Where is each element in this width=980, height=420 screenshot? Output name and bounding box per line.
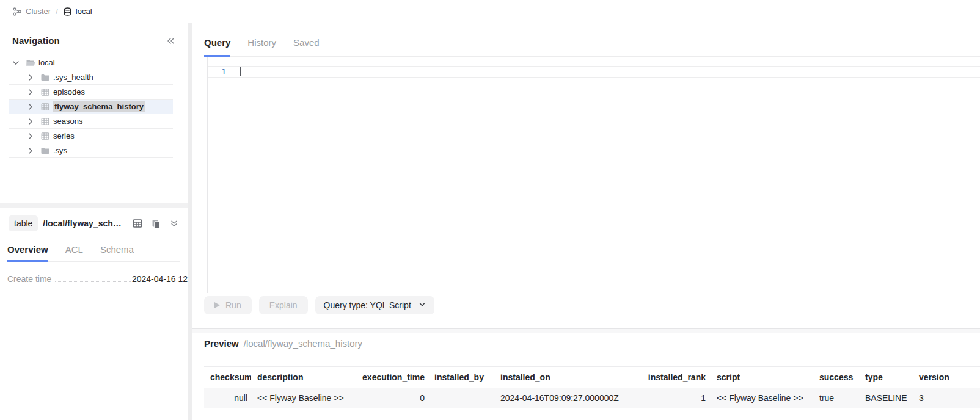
query-type-label: Query type: YQL Script bbox=[324, 300, 411, 310]
main-content: Query History Saved 1 Run Explain bbox=[192, 23, 980, 420]
navigation-panel: Navigation bbox=[0, 23, 188, 203]
object-type-badge: table bbox=[9, 215, 38, 231]
tree-item-label: .sys bbox=[53, 146, 67, 155]
column-header-installed-rank[interactable]: installed_rank bbox=[641, 367, 709, 388]
pane-horizontal-resizer[interactable] bbox=[192, 328, 980, 333]
explain-button-label: Explain bbox=[269, 300, 298, 310]
table-icon bbox=[40, 117, 50, 126]
column-header-success[interactable]: success bbox=[813, 367, 859, 388]
preview-title: Preview bbox=[204, 338, 239, 350]
create-time-label: Create time bbox=[7, 274, 51, 284]
play-icon bbox=[214, 302, 220, 308]
cell-success: true bbox=[813, 388, 859, 408]
cell-version: 3 bbox=[913, 388, 980, 408]
tab-query[interactable]: Query bbox=[204, 23, 230, 57]
explain-button[interactable]: Explain bbox=[259, 296, 308, 314]
sidebar: Navigation bbox=[0, 23, 188, 420]
column-header-installed-by[interactable]: installed_by bbox=[428, 367, 494, 388]
column-header-version[interactable]: version bbox=[913, 367, 980, 388]
chevron-right-icon[interactable] bbox=[26, 103, 35, 111]
create-time-value: 2024-04-16 12 bbox=[132, 274, 188, 284]
preview-header: Preview /local/flyway_schema_history bbox=[204, 338, 980, 350]
tab-acl[interactable]: ACL bbox=[65, 231, 83, 262]
chevron-right-icon[interactable] bbox=[26, 117, 35, 126]
object-tabs: Overview ACL Schema bbox=[7, 231, 180, 262]
tree-item-series[interactable]: series bbox=[9, 129, 173, 143]
editor-current-line: 1 bbox=[208, 66, 980, 78]
cell-installed-by bbox=[428, 388, 494, 408]
column-header-type[interactable]: type bbox=[859, 367, 913, 388]
navigation-header: Navigation bbox=[0, 23, 188, 46]
preview-table: checksum description execution_time inst… bbox=[204, 366, 980, 408]
copy-path-icon[interactable] bbox=[151, 219, 161, 229]
tree-item-sys-health[interactable]: .sys_health bbox=[9, 70, 173, 85]
chevron-down-icon[interactable] bbox=[12, 59, 20, 67]
cell-installed-on: 2024-04-16T09:09:27.000000Z bbox=[494, 388, 641, 408]
folder-icon bbox=[40, 146, 50, 156]
query-type-select[interactable]: Query type: YQL Script bbox=[315, 296, 434, 314]
tree-item-episodes[interactable]: episodes bbox=[9, 85, 173, 100]
run-button[interactable]: Run bbox=[204, 296, 252, 314]
run-button-label: Run bbox=[225, 300, 241, 310]
sidebar-horizontal-resizer[interactable] bbox=[0, 203, 188, 208]
breadcrumb-cluster[interactable]: Cluster bbox=[26, 7, 51, 16]
tab-schema[interactable]: Schema bbox=[100, 231, 134, 262]
chevron-right-icon[interactable] bbox=[26, 73, 35, 82]
breadcrumb-entity[interactable]: local bbox=[76, 7, 92, 16]
table-icon bbox=[40, 102, 50, 112]
collapse-sidebar-button[interactable] bbox=[166, 36, 175, 46]
tree-item-label: episodes bbox=[53, 87, 85, 96]
object-summary-panel: table /local/flyway_sch… bbox=[0, 208, 188, 420]
chevron-right-icon[interactable] bbox=[26, 132, 35, 140]
cell-installed-rank: 1 bbox=[641, 388, 709, 408]
tree-item-sys[interactable]: .sys bbox=[9, 143, 173, 158]
column-header-checksum[interactable]: checksum bbox=[204, 367, 251, 388]
text-cursor bbox=[240, 67, 241, 76]
expand-panel-icon[interactable] bbox=[169, 219, 179, 228]
chevron-down-icon bbox=[419, 300, 426, 310]
cell-checksum: null bbox=[204, 388, 251, 408]
tree-item-flyway-schema-history[interactable]: flyway_schema_history bbox=[9, 100, 173, 114]
folder-open-icon bbox=[26, 58, 35, 68]
chevron-right-icon[interactable] bbox=[26, 147, 35, 155]
navigation-title: Navigation bbox=[12, 35, 60, 46]
tree-item-label: seasons bbox=[53, 117, 82, 126]
navigation-tree: local .sys_health bbox=[0, 56, 188, 158]
cell-type: BASELINE bbox=[859, 388, 913, 408]
query-tabs: Query History Saved bbox=[204, 23, 980, 57]
column-header-execution-time[interactable]: execution_time bbox=[354, 367, 428, 388]
line-number: 1 bbox=[208, 67, 241, 77]
dotted-leader bbox=[55, 281, 131, 282]
cell-script: << Flyway Baseline >> bbox=[709, 388, 813, 408]
query-actions: Run Explain Query type: YQL Script bbox=[192, 293, 980, 328]
sidebar-vertical-resizer[interactable] bbox=[188, 23, 192, 420]
tree-item-seasons[interactable]: seasons bbox=[9, 114, 173, 129]
database-icon bbox=[63, 7, 72, 16]
preview-panel: Preview /local/flyway_schema_history che… bbox=[192, 333, 980, 420]
app-root: Cluster / local Navigation bbox=[0, 0, 980, 420]
folder-icon bbox=[40, 73, 50, 82]
query-code-editor[interactable]: 1 bbox=[207, 57, 980, 293]
body: Navigation bbox=[0, 23, 980, 420]
preview-path: /local/flyway_schema_history bbox=[244, 338, 362, 350]
chevron-right-icon[interactable] bbox=[26, 88, 35, 96]
tab-saved[interactable]: Saved bbox=[293, 23, 320, 57]
column-header-script[interactable]: script bbox=[709, 367, 813, 388]
breadcrumb: Cluster / local bbox=[0, 0, 980, 23]
preview-table-row[interactable]: null << Flyway Baseline >> 0 2024-04-16T… bbox=[204, 388, 980, 408]
open-preview-icon[interactable] bbox=[132, 218, 143, 229]
tree-item-label: flyway_schema_history bbox=[53, 101, 145, 112]
cluster-nodes-icon bbox=[12, 7, 22, 16]
tree-item-label: .sys_health bbox=[53, 73, 93, 82]
cell-description: << Flyway Baseline >> bbox=[251, 388, 354, 408]
tab-overview[interactable]: Overview bbox=[7, 231, 48, 262]
object-actions bbox=[132, 218, 179, 229]
object-path-row: table /local/flyway_sch… bbox=[0, 208, 188, 231]
tree-item-label: local bbox=[38, 58, 55, 67]
table-icon bbox=[40, 131, 50, 141]
tree-item-label: series bbox=[53, 131, 75, 140]
tree-item-local[interactable]: local bbox=[9, 56, 173, 70]
column-header-description[interactable]: description bbox=[251, 367, 354, 388]
tab-history[interactable]: History bbox=[247, 23, 276, 57]
column-header-installed-on[interactable]: installed_on bbox=[494, 367, 641, 388]
